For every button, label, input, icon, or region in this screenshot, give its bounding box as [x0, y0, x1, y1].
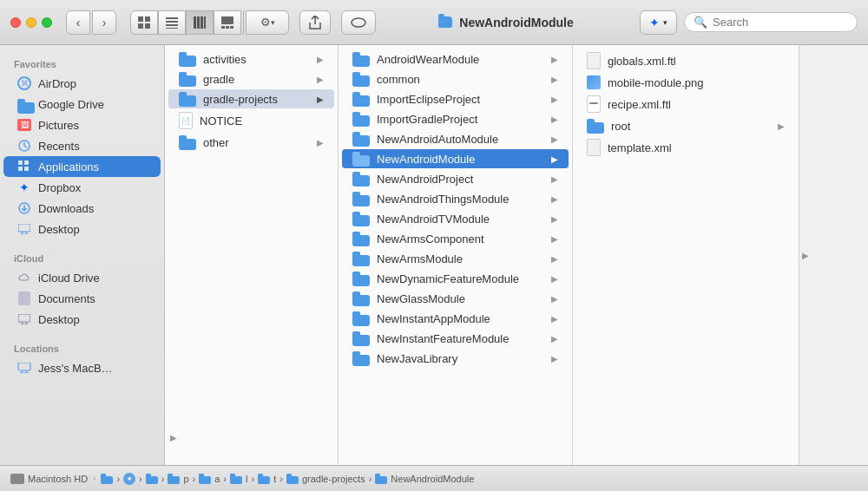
chevron-right-icon: ▶: [317, 75, 324, 84]
svg-rect-2: [138, 23, 143, 29]
folder-icon: [352, 331, 370, 345]
sidebar-item-label: Dropbox: [38, 181, 81, 194]
chevron-right-icon: ▶: [551, 174, 558, 184]
file-item-activities[interactable]: activities ▶: [168, 49, 334, 69]
sidebar-item-iclouddrive[interactable]: iCloud Drive: [3, 267, 161, 288]
file-item-importeclipse[interactable]: ImportEclipseProject ▶: [342, 89, 569, 108]
folder-icon: [179, 135, 196, 149]
file-name: NewAndroidTVModule: [377, 213, 544, 226]
right-scroll-indicator[interactable]: ▶: [799, 45, 811, 465]
sidebar-item-label: Downloads: [38, 202, 94, 215]
file-item-newandroidauto[interactable]: NewAndroidAutoModule ▶: [342, 129, 569, 148]
file-name: gradle: [203, 73, 310, 86]
file-item-gradle-projects[interactable]: gradle-projects ▶: [168, 89, 334, 108]
sidebar-item-desktop[interactable]: Desktop: [3, 219, 161, 239]
chevron-right-icon: ▶: [551, 354, 558, 363]
sidebar-item-recents[interactable]: Recents: [3, 135, 161, 156]
file-item-common[interactable]: common ▶: [342, 69, 569, 88]
png-file-icon: [587, 75, 601, 89]
file-icon: 📄: [179, 112, 193, 129]
file-item-newandroidproject[interactable]: NewAndroidProject ▶: [342, 169, 569, 188]
list-view-button[interactable]: [158, 10, 186, 35]
file-item-androidwear[interactable]: AndroidWearModule ▶: [342, 49, 569, 69]
file-column-3: globals.xml.ftl mobile-module.png recipe…: [573, 45, 799, 465]
file-item-notice[interactable]: 📄 NOTICE: [168, 109, 334, 132]
file-item-other[interactable]: other ▶: [168, 133, 334, 152]
sidebar-item-applications[interactable]: Applications: [3, 156, 161, 177]
file-name: NewAndroidAutoModule: [377, 133, 544, 146]
gallery-view-button[interactable]: [214, 10, 241, 35]
search-box[interactable]: 🔍: [684, 12, 858, 32]
file-item-root[interactable]: root ▶: [576, 116, 795, 135]
file-name: root: [611, 120, 771, 133]
locations-section-title: Locations: [0, 337, 164, 357]
file-item-gradle[interactable]: gradle ▶: [168, 69, 334, 88]
breadcrumb-arrow3: ›: [161, 474, 165, 484]
maximize-button[interactable]: [42, 17, 52, 28]
file-item-globals[interactable]: globals.xml.ftl: [576, 49, 795, 72]
file-column-2: AndroidWearModule ▶ common ▶ ImportEclip…: [339, 45, 573, 465]
sidebar-item-label: Recents: [38, 140, 80, 153]
file-item-newarmsmodule[interactable]: NewArmsModule ▶: [342, 249, 569, 268]
arrange-button[interactable]: ⚙ ▾: [246, 10, 289, 35]
file-item-importgradle[interactable]: ImportGradleProject ▶: [342, 109, 569, 128]
icon-view-button[interactable]: [130, 10, 158, 35]
sidebar-item-airdrop[interactable]: ⌘ AirDrop: [3, 73, 161, 94]
chevron-right-icon: ▶: [551, 75, 558, 84]
file-item-newandroidmodule[interactable]: NewAndroidModule ▶: [342, 149, 569, 168]
file-item-newjavalibrary[interactable]: NewJavaLibrary ▶: [342, 349, 569, 368]
breadcrumb-arrow8: ›: [369, 474, 372, 484]
file-item-newandroidthings[interactable]: NewAndroidThingsModule ▶: [342, 189, 569, 208]
minimize-button[interactable]: [26, 17, 36, 28]
share-button[interactable]: [299, 10, 331, 35]
svg-rect-21: [18, 167, 23, 171]
applications-icon: [17, 160, 31, 173]
sidebar-item-googledrive[interactable]: Google Drive: [3, 94, 161, 115]
file-name: AndroidWearModule: [377, 53, 544, 66]
sidebar-item-desktop2[interactable]: Desktop: [3, 309, 161, 330]
file-item-newarmscomponent[interactable]: NewArmsComponent ▶: [342, 229, 569, 248]
file-item-newglass[interactable]: NewGlassModule ▶: [342, 289, 569, 308]
back-button[interactable]: ‹: [66, 10, 90, 35]
file-name: NewArmsComponent: [377, 232, 544, 245]
nav-buttons: ‹ ›: [66, 10, 116, 35]
column-view-button[interactable]: [186, 10, 214, 35]
breadcrumb-a: a: [214, 474, 220, 484]
sidebar-item-documents[interactable]: Documents: [3, 288, 161, 309]
file-item-mobilepng[interactable]: mobile-module.png: [576, 73, 795, 92]
sidebar: Favorites ⌘ AirDrop Google Drive 🖼 Pictu…: [0, 45, 165, 465]
breadcrumb-folder-icon: [375, 474, 387, 483]
file-item-newinstantapp[interactable]: NewInstantAppModule ▶: [342, 309, 569, 328]
file-name: NewGlassModule: [377, 292, 544, 305]
sidebar-item-label: Documents: [38, 292, 95, 305]
breadcrumb-user-icon: ●: [123, 473, 135, 485]
tag-button[interactable]: [341, 10, 376, 35]
svg-rect-14: [226, 26, 229, 29]
file-name: recipe.xml.ftl: [608, 98, 785, 111]
file-item-newdynamic[interactable]: NewDynamicFeatureModule ▶: [342, 269, 569, 288]
file-item-newandroidtv[interactable]: NewAndroidTVModule ▶: [342, 209, 569, 228]
file-item-recipe[interactable]: recipe.xml.ftl: [576, 93, 795, 115]
file-name: other: [203, 136, 310, 149]
breadcrumb-machd: Macintosh HD: [28, 474, 88, 484]
file-name: NewArmsModule: [377, 252, 544, 265]
svg-rect-20: [18, 160, 23, 165]
file-item-template[interactable]: template.xml: [576, 136, 795, 159]
search-icon: 🔍: [694, 16, 707, 29]
file-name: NewInstantFeatureModule: [377, 332, 544, 345]
svg-rect-8: [194, 16, 196, 29]
svg-rect-30: [18, 314, 30, 322]
search-input[interactable]: [713, 16, 858, 29]
close-button[interactable]: [10, 17, 21, 28]
forward-button[interactable]: ›: [92, 10, 116, 35]
sidebar-item-downloads[interactable]: Downloads: [3, 198, 161, 219]
traffic-lights: [10, 17, 52, 28]
sidebar-item-pictures[interactable]: 🖼 Pictures: [3, 115, 161, 135]
desktop2-icon: [17, 312, 31, 326]
dropbox-button[interactable]: ✦ ▾: [640, 10, 677, 35]
breadcrumb-l: l: [246, 474, 247, 484]
sidebar-item-label: Pictures: [38, 119, 79, 132]
sidebar-item-jess[interactable]: Jess's MacB…: [3, 357, 161, 378]
file-item-newinstantfeature[interactable]: NewInstantFeatureModule ▶: [342, 329, 569, 348]
sidebar-item-dropbox[interactable]: ✦ Dropbox: [3, 177, 161, 198]
